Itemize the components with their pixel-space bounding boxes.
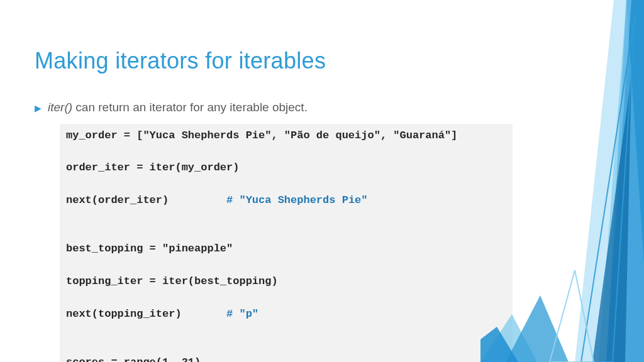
svg-marker-4 <box>581 13 635 362</box>
code-line: best_topping = "pineapple" <box>66 241 506 257</box>
slide: Making iterators for iterables ▶ iter() … <box>0 0 644 362</box>
code-text: scores = range(1, 21) <box>66 356 201 362</box>
svg-marker-1 <box>599 0 644 362</box>
svg-marker-0 <box>606 0 644 362</box>
svg-marker-8 <box>550 270 594 362</box>
bullet-item: ▶ iter() can return an iterator for any … <box>35 101 525 115</box>
bullet-marker-icon: ▶ <box>35 102 42 115</box>
svg-marker-2 <box>575 0 631 362</box>
code-comment: # "Yuca Shepherds Pie" <box>226 194 367 206</box>
slide-title: Making iterators for iterables <box>35 48 326 74</box>
code-text: order_iter = iter(my_order) <box>66 162 239 173</box>
bullet-text-rest: can return an iterator for any iterable … <box>72 101 308 114</box>
bullet-text: iter() can return an iterator for any it… <box>48 101 308 114</box>
code-line: topping_iter = iter(best_topping) <box>66 273 506 290</box>
code-text: my_order = ["Yuca Shepherds Pie", "Pão d… <box>66 129 457 141</box>
code-line: next(topping_iter) # "p" <box>66 306 506 322</box>
code-comment: # "p" <box>226 308 258 320</box>
code-line: order_iter = iter(my_order) <box>66 160 506 176</box>
code-text: best_topping = "pineapple" <box>66 243 233 255</box>
code-line: scores = range(1, 21) <box>66 354 506 362</box>
code-block: my_order = ["Yuca Shepherds Pie", "Pão d… <box>60 124 513 362</box>
code-text: topping_iter = iter(best_topping) <box>66 275 278 287</box>
code-text: next(topping_iter) <box>66 308 226 320</box>
slide-body: ▶ iter() can return an iterator for any … <box>35 101 525 362</box>
code-line: my_order = ["Yuca Shepherds Pie", "Pão d… <box>66 128 506 144</box>
iter-fn-name: iter() <box>48 101 72 114</box>
code-line: next(order_iter) # "Yuca Shepherds Pie" <box>66 192 506 209</box>
svg-marker-3 <box>592 75 631 362</box>
code-text: next(order_iter) <box>66 194 226 206</box>
